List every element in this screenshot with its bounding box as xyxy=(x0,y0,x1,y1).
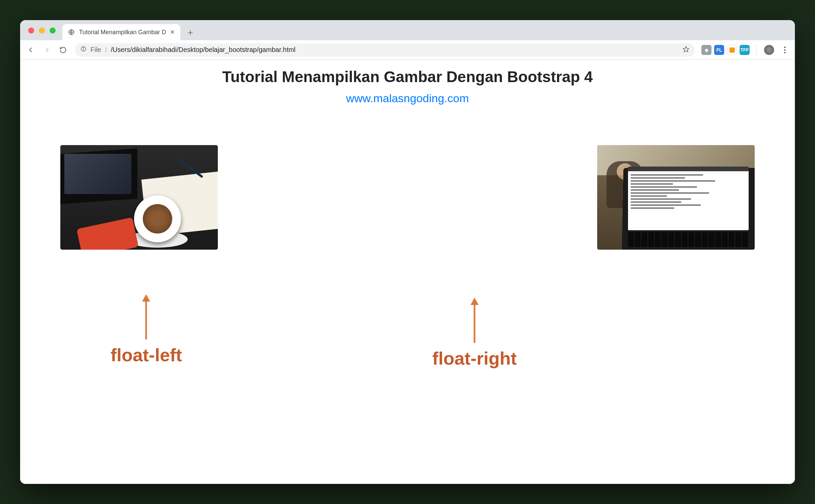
url-scheme: File xyxy=(90,46,101,54)
window-minimize-button[interactable] xyxy=(39,27,45,34)
tab-title: Tutorial Menampilkan Gambar D xyxy=(79,29,166,36)
svg-marker-9 xyxy=(142,294,150,302)
page-subtitle: www.malasngoding.com xyxy=(60,92,755,105)
source-link[interactable]: www.malasngoding.com xyxy=(346,92,469,105)
ext-colorpick-icon[interactable]: 🟧 xyxy=(727,45,737,55)
page-title: Tutorial Menampilkan Gambar Dengan Boots… xyxy=(60,68,755,86)
arrow-up-icon xyxy=(136,294,156,341)
browser-window: Tutorial Menampilkan Gambar D ✕ ＋ File |… xyxy=(20,20,795,484)
globe-icon xyxy=(68,28,75,36)
address-bar[interactable]: File | /Users/dikialfarabihadi/Desktop/b… xyxy=(75,43,695,57)
browser-tab[interactable]: Tutorial Menampilkan Gambar D ✕ xyxy=(62,24,180,40)
new-tab-button[interactable]: ＋ xyxy=(184,25,197,39)
arrow-up-icon xyxy=(464,298,485,344)
ext-tff-icon[interactable]: TFF xyxy=(740,45,750,55)
url-text: /Users/dikialfarabihadi/Desktop/belajar_… xyxy=(111,46,679,54)
image-row xyxy=(60,145,755,266)
info-icon xyxy=(80,46,86,54)
back-button[interactable] xyxy=(24,43,38,57)
reload-button[interactable] xyxy=(56,43,70,57)
ext-fl-icon[interactable]: FL xyxy=(714,45,724,55)
page-content: Tutorial Menampilkan Gambar Dengan Boots… xyxy=(20,60,795,484)
extensions-area: ◆FL🟧TFF xyxy=(700,45,751,55)
annotation-label-right: float-right xyxy=(432,348,517,369)
annotation-float-right: float-right xyxy=(432,298,517,369)
annotation-float-left: float-left xyxy=(111,294,182,365)
window-controls xyxy=(28,27,56,34)
svg-marker-4 xyxy=(683,46,689,52)
browser-toolbar: File | /Users/dikialfarabihadi/Desktop/b… xyxy=(20,40,795,60)
forward-button[interactable] xyxy=(40,43,54,57)
ext-diamond-icon[interactable]: ◆ xyxy=(701,45,711,55)
tab-bar: Tutorial Menampilkan Gambar D ✕ ＋ xyxy=(20,20,795,40)
profile-avatar[interactable] xyxy=(764,45,774,55)
window-zoom-button[interactable] xyxy=(50,27,56,34)
svg-point-6 xyxy=(784,49,786,51)
svg-point-5 xyxy=(784,46,786,48)
svg-point-7 xyxy=(784,52,786,53)
bookmark-star-icon[interactable] xyxy=(683,46,689,54)
image-float-left xyxy=(60,145,218,250)
svg-point-3 xyxy=(83,48,84,48)
image-float-right xyxy=(597,145,755,250)
annotation-label-left: float-left xyxy=(111,344,182,365)
browser-menu-button[interactable] xyxy=(779,46,791,54)
toolbar-separator xyxy=(756,45,757,55)
url-separator: | xyxy=(105,47,107,53)
tab-close-button[interactable]: ✕ xyxy=(170,28,175,36)
svg-marker-11 xyxy=(471,298,479,305)
window-close-button[interactable] xyxy=(28,27,34,34)
